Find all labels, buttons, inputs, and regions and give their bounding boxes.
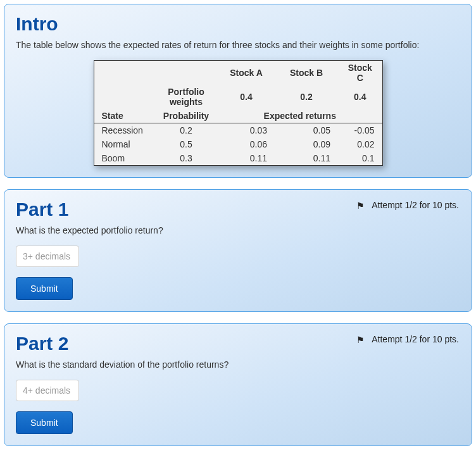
ret-c-cell: 0.1 xyxy=(338,151,382,166)
stock-c-header: Stock C xyxy=(338,61,382,85)
ret-b-cell: 0.09 xyxy=(275,137,338,151)
part1-attempt: ⚑ Attempt 1/2 for 10 pts. xyxy=(356,200,459,211)
part1-question: What is the expected portfolio return? xyxy=(16,225,460,235)
intro-description: The table below shows the expected rates… xyxy=(16,40,460,50)
part2-answer-input[interactable] xyxy=(16,380,79,401)
part1-card: ⚑ Attempt 1/2 for 10 pts. Part 1 What is… xyxy=(4,189,472,312)
state-cell: Normal xyxy=(94,137,154,151)
prob-cell: 0.3 xyxy=(154,151,218,166)
part2-card: ⚑ Attempt 1/2 for 10 pts. Part 2 What is… xyxy=(4,323,472,446)
intro-card: Intro The table below shows the expected… xyxy=(4,4,472,178)
state-header: State xyxy=(94,109,154,123)
expected-returns-header: Expected returns xyxy=(218,109,382,123)
returns-table: Stock A Stock B Stock C Portfolio weight… xyxy=(94,60,383,166)
table-row: Recession 0.2 0.03 0.05 -0.05 xyxy=(94,123,382,138)
ret-a-cell: 0.06 xyxy=(218,137,275,151)
weight-b: 0.2 xyxy=(275,85,338,109)
ret-b-cell: 0.11 xyxy=(275,151,338,166)
ret-a-cell: 0.03 xyxy=(218,123,275,138)
flag-icon[interactable]: ⚑ xyxy=(356,201,365,211)
state-cell: Recession xyxy=(94,123,154,138)
part2-submit-button[interactable]: Submit xyxy=(16,411,73,434)
ret-a-cell: 0.11 xyxy=(218,151,275,166)
flag-icon[interactable]: ⚑ xyxy=(356,335,365,345)
stock-b-header: Stock B xyxy=(275,61,338,85)
part2-attempt: ⚑ Attempt 1/2 for 10 pts. xyxy=(356,334,459,345)
probability-header: Probability xyxy=(154,109,218,123)
part1-answer-input[interactable] xyxy=(16,246,79,267)
ret-b-cell: 0.05 xyxy=(275,123,338,138)
ret-c-cell: 0.02 xyxy=(338,137,382,151)
intro-title: Intro xyxy=(16,13,460,35)
table-row: Normal 0.5 0.06 0.09 0.02 xyxy=(94,137,382,151)
prob-cell: 0.2 xyxy=(154,123,218,138)
table-row: Boom 0.3 0.11 0.11 0.1 xyxy=(94,151,382,166)
part2-attempt-text: Attempt 1/2 for 10 pts. xyxy=(372,334,459,344)
ret-c-cell: -0.05 xyxy=(338,123,382,138)
prob-cell: 0.5 xyxy=(154,137,218,151)
part2-question: What is the standard deviation of the po… xyxy=(16,359,460,370)
weight-c: 0.4 xyxy=(338,85,382,109)
part1-submit-button[interactable]: Submit xyxy=(16,277,73,300)
weight-a: 0.4 xyxy=(218,85,275,109)
state-cell: Boom xyxy=(94,151,154,166)
stock-a-header: Stock A xyxy=(218,61,275,85)
part1-attempt-text: Attempt 1/2 for 10 pts. xyxy=(372,200,459,210)
weights-label: Portfolio weights xyxy=(154,85,218,109)
